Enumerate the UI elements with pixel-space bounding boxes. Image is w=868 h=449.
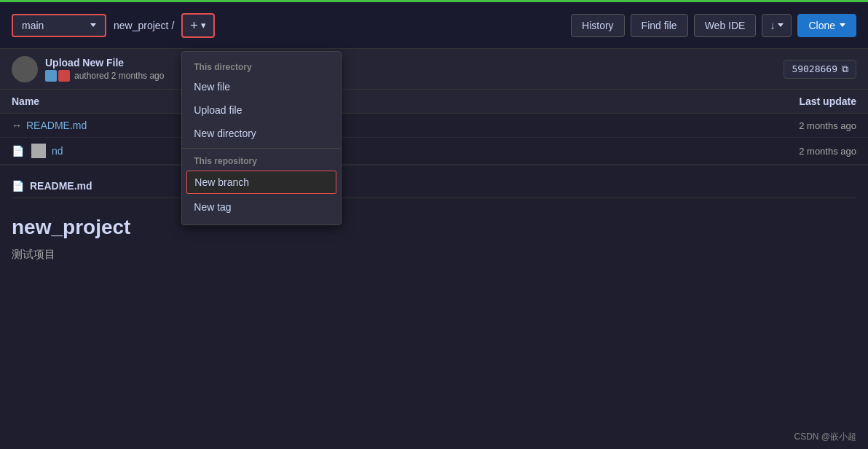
branch-chevron-icon: [90, 23, 96, 27]
new-file-item[interactable]: New file: [182, 75, 341, 98]
avatar-small-red: [58, 70, 70, 82]
commit-info: Upload New File authored 2 months ago: [45, 57, 776, 82]
add-button-container: + ▾ This directory New file Upload file …: [181, 13, 215, 38]
file-doc-icon: 📄: [12, 145, 24, 157]
file-table-header: Name Last update: [0, 90, 868, 114]
branch-label: main: [22, 20, 44, 31]
readme-section: 📄 README.md new_project 测试项目: [0, 165, 868, 282]
plus-icon: +: [190, 19, 198, 32]
commit-message: Upload New File: [45, 57, 776, 69]
commit-hash-container: 59028669 ⧉: [784, 60, 856, 79]
right-buttons: History Find file Web IDE ↓ Clone: [571, 14, 856, 37]
add-chevron-icon: ▾: [201, 20, 206, 31]
readme-header-label: README.md: [30, 180, 92, 192]
new-directory-item[interactable]: New directory: [182, 122, 341, 145]
table-row[interactable]: 📄 nd 2 months ago: [0, 138, 868, 165]
add-dropdown-menu: This directory New file Upload file New …: [181, 51, 342, 225]
footer: CSDN @嵌小超: [794, 431, 856, 443]
col-update-header: Last update: [747, 95, 856, 107]
file-update: 2 months ago: [747, 120, 856, 131]
clone-label: Clone: [808, 20, 835, 31]
dropdown-separator: [182, 148, 341, 149]
file-name: nd: [52, 145, 747, 157]
footer-text: CSDN @嵌小超: [794, 432, 856, 442]
copy-hash-icon[interactable]: ⧉: [842, 63, 848, 75]
breadcrumb: new_project /: [114, 20, 174, 31]
readme-project-desc: 测试项目: [12, 248, 856, 262]
branch-selector[interactable]: main: [12, 14, 106, 37]
readme-header-icon: 📄: [12, 180, 24, 192]
file-thumbnail: [31, 144, 46, 158]
download-chevron-icon: [778, 23, 784, 27]
readme-icon: ↔: [12, 120, 22, 131]
new-branch-item[interactable]: New branch: [186, 171, 336, 194]
avatar-small-blue: [45, 70, 57, 82]
new-tag-item[interactable]: New tag: [182, 195, 341, 219]
readme-content: new_project 测试项目: [12, 198, 856, 273]
add-button[interactable]: + ▾: [181, 13, 215, 38]
avatar: [12, 56, 38, 82]
upload-file-item[interactable]: Upload file: [182, 98, 341, 122]
this-directory-label: This directory: [182, 58, 341, 75]
this-repository-label: This repository: [182, 152, 341, 169]
history-button[interactable]: History: [571, 14, 625, 37]
avatar-small-group: [45, 70, 70, 82]
file-name: README.md: [26, 120, 747, 131]
web-ide-button[interactable]: Web IDE: [694, 14, 757, 37]
file-table: ↔ README.md 2 months ago 📄 nd 2 months a…: [0, 114, 868, 165]
readme-header: 📄 README.md: [12, 174, 856, 198]
clone-button[interactable]: Clone: [797, 14, 856, 37]
commit-meta: authored 2 months ago: [45, 70, 776, 82]
top-bar: main new_project / + ▾ This directory Ne…: [0, 2, 868, 49]
find-file-button[interactable]: Find file: [631, 14, 688, 37]
commit-bar: Upload New File authored 2 months ago 59…: [0, 49, 868, 90]
download-button[interactable]: ↓: [762, 14, 792, 37]
download-icon: ↓: [770, 20, 775, 31]
table-row[interactable]: ↔ README.md 2 months ago: [0, 114, 868, 138]
commit-hash-value: 59028669: [792, 63, 837, 74]
col-name-header: Name: [12, 95, 747, 107]
readme-project-title: new_project: [12, 216, 856, 239]
clone-chevron-icon: [840, 23, 845, 27]
file-update: 2 months ago: [747, 146, 856, 157]
commit-author: authored 2 months ago: [74, 71, 164, 81]
